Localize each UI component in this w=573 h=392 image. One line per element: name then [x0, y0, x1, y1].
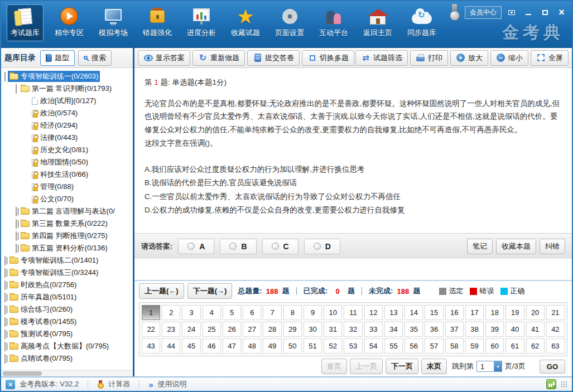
question-number-cell[interactable]: 51 [304, 338, 322, 354]
question-number-cell[interactable]: 38 [465, 322, 484, 337]
toolbar-button[interactable]: 放大 [450, 50, 488, 66]
toolbar-button[interactable]: 切换多题 [302, 50, 354, 66]
tree-item[interactable]: 专项智能训练一(0/2603) [1, 70, 133, 83]
question-number-cell[interactable]: 46 [203, 338, 221, 354]
tree-item[interactable]: 第一篇 常识判断(0/1793) [1, 83, 133, 95]
question-number-cell[interactable]: 8 [283, 305, 302, 320]
prev-question-button[interactable]: 上一题(←) [139, 283, 184, 299]
question-number-cell[interactable]: 17 [465, 305, 484, 320]
question-number-cell[interactable]: 7 [263, 305, 281, 320]
question-number-cell[interactable]: 15 [425, 305, 443, 320]
tree-item[interactable]: 政治(0/574) [1, 107, 133, 119]
tree-item[interactable]: 时政热点(0/2756) [1, 279, 133, 291]
question-number-cell[interactable]: 45 [182, 338, 200, 354]
question-number-cell[interactable]: 34 [384, 322, 403, 337]
tree-item[interactable]: 综合练习(0/260) [1, 303, 133, 316]
question-number-cell[interactable]: 25 [203, 322, 221, 337]
question-number-cell[interactable]: 49 [263, 338, 281, 354]
question-number-cell[interactable]: 5 [223, 305, 241, 320]
first-page-button[interactable]: 首页 [321, 359, 347, 374]
tree-item[interactable]: 历年真题(0/5101) [1, 291, 133, 303]
question-number-cell[interactable]: 48 [243, 338, 261, 354]
tab-search[interactable]: 搜索 [78, 50, 112, 66]
top-nav-item[interactable]: 互动平台 [315, 4, 352, 41]
top-nav-item[interactable]: 返回主页 [359, 4, 396, 41]
question-number-cell[interactable]: 11 [344, 305, 362, 320]
question-number-cell[interactable]: 39 [485, 322, 504, 337]
question-number-cell[interactable]: 52 [324, 338, 342, 354]
question-number-cell[interactable]: 21 [546, 305, 565, 320]
question-number-cell[interactable]: 10 [324, 305, 342, 320]
tree-item[interactable]: 公文(0/70) [1, 193, 133, 205]
go-button[interactable]: GO [540, 360, 565, 374]
question-number-cell[interactable]: 30 [304, 322, 322, 337]
close-button[interactable] [555, 8, 569, 17]
question-number-cell[interactable]: 53 [344, 338, 362, 354]
member-center-button[interactable]: 会员中心 [465, 6, 502, 19]
question-number-cell[interactable]: 63 [546, 338, 565, 354]
question-number-cell[interactable]: 44 [162, 338, 180, 354]
tree-item[interactable]: 专项智能训练三(0/3244) [1, 267, 133, 279]
favorite-button[interactable]: 收藏本题 [496, 239, 536, 254]
question-number-cell[interactable]: 24 [182, 322, 200, 337]
question-number-cell[interactable]: 42 [546, 322, 565, 337]
question-option[interactable]: D.公权力的成功修复,依赖的不仅是公众自身的改变,更需要公权力进行自我修复 [145, 204, 562, 217]
page-select[interactable]: 1 [476, 361, 502, 372]
tree-item[interactable]: 第二篇 言语理解与表达(0/ [1, 205, 133, 217]
question-option[interactable]: C.一些官员以前太爱作秀、太喜欢说假话的行为导致了公众对公权力不再信任 [145, 190, 562, 204]
question-number-cell[interactable]: 14 [405, 305, 423, 320]
tree-item[interactable]: 预测试卷(0/795) [1, 328, 133, 340]
question-number-cell[interactable]: 23 [162, 322, 180, 337]
toolbar-button[interactable]: 打印 [410, 50, 448, 66]
top-nav-item[interactable]: 收藏试题 [227, 4, 264, 41]
help-link[interactable]: 使用说明 [158, 379, 187, 389]
toolbar-button[interactable]: 缩小 [490, 50, 528, 66]
question-number-cell[interactable]: 50 [283, 338, 302, 354]
tray-button[interactable] [504, 8, 518, 17]
tree-item[interactable]: 第五篇 资料分析(0/136) [1, 242, 133, 254]
question-number-cell[interactable]: 27 [243, 322, 261, 337]
question-number-cell[interactable]: 4 [203, 305, 221, 320]
question-number-cell[interactable]: 26 [223, 322, 241, 337]
tree-scrollbar[interactable] [1, 370, 133, 376]
maximize-button[interactable] [538, 8, 552, 17]
tree-item[interactable]: 模考试卷(0/1455) [1, 316, 133, 328]
question-number-cell[interactable]: 6 [243, 305, 261, 320]
answer-choice[interactable]: B [220, 239, 256, 254]
last-page-button[interactable]: 末页 [421, 359, 447, 374]
dropdown-arrow-icon[interactable] [494, 361, 502, 371]
tree-item[interactable]: 高频考点【大数据】(0/795) [1, 340, 133, 352]
next-question-button[interactable]: 下一题(→) [187, 283, 233, 299]
tree-item[interactable]: 历史文化(0/81) [1, 144, 133, 156]
tree-item[interactable]: 点睛试卷(0/795) [1, 352, 133, 365]
report-error-button[interactable]: 纠错 [540, 239, 565, 254]
calculator-link[interactable]: 计算器 [108, 379, 130, 389]
question-number-cell[interactable]: 58 [445, 338, 464, 354]
next-page-button[interactable]: 下一页 [386, 359, 418, 374]
tree-item[interactable]: 科技生活(0/66) [1, 168, 133, 181]
top-nav-item[interactable]: 同步题库 [403, 4, 440, 41]
minimize-button[interactable] [521, 8, 535, 17]
question-number-cell[interactable]: 16 [445, 305, 464, 320]
tree-item[interactable]: 政治[试用](0/127) [1, 95, 133, 107]
tree-item[interactable]: 经济(0/294) [1, 119, 133, 132]
question-number-cell[interactable]: 41 [526, 322, 545, 337]
tree-item[interactable]: 管理(0/88) [1, 181, 133, 193]
question-number-cell[interactable]: 40 [505, 322, 524, 337]
note-button[interactable]: 笔记 [467, 239, 493, 254]
question-number-cell[interactable]: 54 [364, 338, 383, 354]
tree-item[interactable]: 地理国情(0/50) [1, 156, 133, 168]
resize-grip[interactable] [561, 381, 567, 388]
question-number-cell[interactable]: 33 [364, 322, 383, 337]
top-nav-item[interactable]: 模拟考场 [95, 4, 132, 41]
question-number-cell[interactable]: 19 [505, 305, 524, 320]
question-number-cell[interactable]: 28 [263, 322, 281, 337]
question-option[interactable]: B.说假话的代价是巨大的,官员应该避免说假话 [145, 176, 562, 190]
question-number-cell[interactable]: 59 [465, 338, 484, 354]
tree-item[interactable]: 法律(0/443) [1, 132, 133, 144]
question-number-cell[interactable]: 1 [142, 305, 160, 320]
question-number-cell[interactable]: 37 [445, 322, 464, 337]
tree-item[interactable]: 第三篇 数量关系(0/222) [1, 217, 133, 230]
toolbar-button[interactable]: 全屏 [531, 50, 569, 66]
question-number-cell[interactable]: 20 [526, 305, 545, 320]
